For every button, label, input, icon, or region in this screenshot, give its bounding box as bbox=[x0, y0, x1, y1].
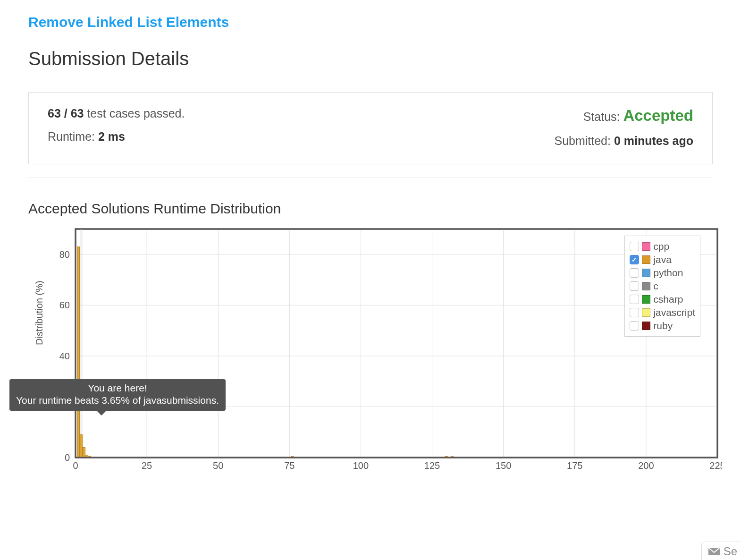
svg-text:100: 100 bbox=[353, 460, 369, 471]
svg-text:225: 225 bbox=[709, 460, 722, 471]
svg-text:125: 125 bbox=[424, 460, 440, 471]
svg-text:175: 175 bbox=[567, 460, 582, 471]
legend-item-java[interactable]: java bbox=[630, 253, 695, 266]
test-cases-suffix: test cases passed. bbox=[84, 107, 185, 120]
legend-label-javascript: javascript bbox=[653, 307, 695, 318]
legend-checkbox-ruby[interactable] bbox=[630, 321, 639, 331]
status-value: Accepted bbox=[623, 107, 693, 124]
legend-item-c[interactable]: c bbox=[630, 280, 695, 293]
runtime-label: Runtime: bbox=[48, 130, 98, 143]
feedback-tab[interactable]: Se bbox=[701, 542, 741, 560]
svg-rect-1 bbox=[80, 229, 83, 458]
mail-icon bbox=[708, 548, 720, 555]
svg-text:25: 25 bbox=[142, 460, 152, 471]
tooltip-line1: You are here! bbox=[16, 382, 219, 394]
legend-swatch-cpp bbox=[642, 242, 650, 251]
status-label: Status: bbox=[583, 110, 623, 123]
legend-item-python[interactable]: python bbox=[630, 266, 695, 280]
svg-rect-33 bbox=[80, 435, 83, 458]
svg-text:75: 75 bbox=[284, 460, 295, 471]
page-title: Submission Details bbox=[28, 48, 713, 69]
legend-label-csharp: csharp bbox=[653, 294, 683, 305]
chart-legend: cppjavapythonccsharpjavascriptruby bbox=[624, 236, 700, 337]
legend-label-java: java bbox=[653, 254, 672, 265]
you-are-here-tooltip: You are here! Your runtime beats 3.65% o… bbox=[9, 379, 226, 411]
legend-item-javascript[interactable]: javascript bbox=[630, 306, 695, 319]
legend-item-csharp[interactable]: csharp bbox=[630, 293, 695, 306]
legend-checkbox-javascript[interactable] bbox=[630, 308, 639, 317]
problem-link[interactable]: Remove Linked List Elements bbox=[28, 14, 229, 30]
legend-item-cpp[interactable]: cpp bbox=[630, 240, 695, 253]
legend-checkbox-python[interactable] bbox=[630, 268, 639, 278]
status-line: Status: Accepted bbox=[554, 107, 693, 125]
svg-text:50: 50 bbox=[213, 460, 223, 471]
submitted-value: 0 minutes ago bbox=[614, 134, 693, 147]
chart-title: Accepted Solutions Runtime Distribution bbox=[28, 201, 713, 217]
legend-swatch-ruby bbox=[642, 322, 650, 330]
svg-text:0: 0 bbox=[65, 452, 70, 463]
divider bbox=[28, 178, 713, 178]
svg-text:40: 40 bbox=[59, 351, 70, 361]
submitted-line: Submitted: 0 minutes ago bbox=[554, 134, 693, 148]
svg-text:80: 80 bbox=[59, 249, 70, 260]
legend-label-cpp: cpp bbox=[653, 241, 669, 252]
legend-label-c: c bbox=[653, 280, 658, 292]
tooltip-line2: Your runtime beats 3.65% of javasubmissi… bbox=[16, 394, 219, 407]
legend-checkbox-c[interactable] bbox=[630, 281, 639, 291]
legend-swatch-c bbox=[642, 282, 650, 290]
legend-swatch-javascript bbox=[642, 308, 650, 317]
legend-swatch-java bbox=[642, 255, 650, 264]
svg-text:60: 60 bbox=[59, 300, 70, 310]
svg-rect-32 bbox=[77, 247, 80, 458]
legend-checkbox-csharp[interactable] bbox=[630, 295, 639, 304]
legend-item-ruby[interactable]: ruby bbox=[630, 319, 695, 332]
svg-text:200: 200 bbox=[638, 460, 654, 471]
runtime-line: Runtime: 2 ms bbox=[48, 130, 185, 144]
legend-checkbox-cpp[interactable] bbox=[630, 242, 639, 251]
svg-text:0: 0 bbox=[73, 460, 78, 471]
submitted-label: Submitted: bbox=[554, 134, 614, 147]
svg-rect-0 bbox=[76, 229, 717, 458]
svg-rect-40 bbox=[76, 229, 717, 458]
legend-label-python: python bbox=[653, 267, 683, 279]
legend-checkbox-java[interactable] bbox=[630, 255, 639, 264]
runtime-value: 2 ms bbox=[98, 130, 125, 143]
chart-ylabel: Distribution (%) bbox=[34, 280, 45, 345]
status-box: 63 / 63 test cases passed. Runtime: 2 ms… bbox=[28, 92, 713, 164]
feedback-label: Se bbox=[724, 545, 737, 558]
distribution-chart[interactable]: 0204060800255075100125150175200225 bbox=[38, 227, 722, 473]
legend-label-ruby: ruby bbox=[653, 320, 673, 331]
test-cases-line: 63 / 63 test cases passed. bbox=[48, 107, 185, 120]
svg-text:150: 150 bbox=[496, 460, 511, 471]
legend-swatch-csharp bbox=[642, 295, 650, 304]
test-passed-count: 63 / 63 bbox=[48, 107, 84, 120]
svg-rect-34 bbox=[83, 447, 85, 458]
legend-swatch-python bbox=[642, 269, 650, 277]
chart-wrap: Distribution (%) 02040608002550751001251… bbox=[38, 227, 713, 473]
